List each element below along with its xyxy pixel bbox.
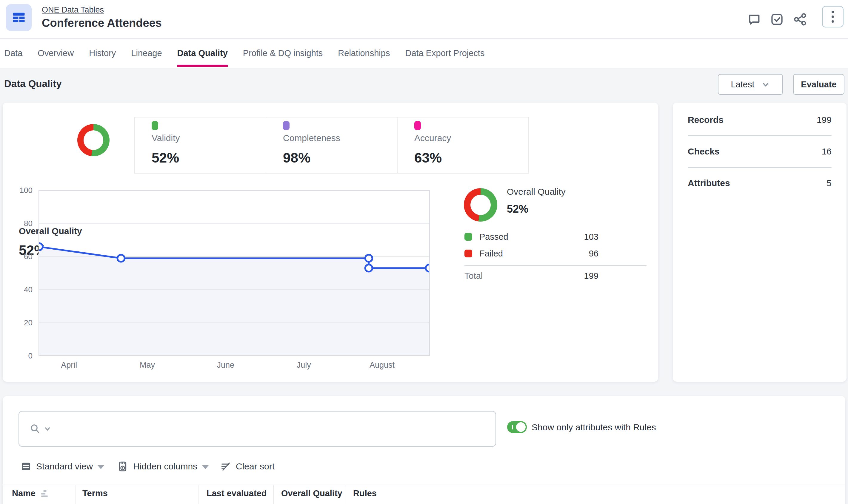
clear-sort-icon (220, 461, 231, 472)
chevron-down-icon (761, 80, 770, 89)
evaluate-button[interactable]: Evaluate (793, 74, 844, 95)
y-tick-label: 80 (3, 219, 33, 228)
tab-overview[interactable]: Overview (38, 39, 74, 68)
breakdown-donut (464, 188, 497, 221)
x-tick-label: August (369, 361, 395, 370)
x-tick-label: April (61, 361, 77, 370)
column-header-rules[interactable]: Rules (353, 488, 377, 498)
column-separator (273, 485, 274, 504)
legend-passed-row: Passed 103 (464, 231, 599, 243)
failed-swatch-icon (464, 250, 472, 257)
attribute-search (18, 411, 496, 447)
data-quality-overview-card: Overall Quality 52% Validity 52% Complet… (3, 103, 658, 382)
trend-chart (38, 190, 430, 356)
y-tick-label: 60 (3, 252, 33, 261)
attributes-row: Attributes 5 (688, 177, 832, 189)
hidden-columns-dropdown[interactable]: Hidden columns (117, 459, 209, 473)
tab-bar: Data Overview History Lineage Data Quali… (0, 39, 848, 68)
tab-history[interactable]: History (89, 39, 116, 68)
completeness-dot-icon (283, 121, 290, 130)
attributes-table-card: Show only attributes with Rules Standard… (3, 396, 845, 504)
sort-icon (40, 490, 49, 498)
checks-row: Checks 16 (688, 146, 832, 158)
y-tick-label: 100 (3, 186, 33, 195)
column-separator (346, 485, 346, 504)
share-button[interactable] (793, 12, 808, 27)
chevron-down-icon (202, 465, 209, 469)
validity-dot-icon (152, 121, 158, 130)
y-tick-label: 40 (3, 285, 33, 294)
chevron-down-icon (98, 465, 104, 469)
search-icon (29, 423, 40, 434)
kebab-menu-button[interactable] (822, 6, 844, 28)
x-tick-label: July (297, 361, 311, 370)
tab-lineage[interactable]: Lineage (131, 39, 162, 68)
search-scope-chevron-icon[interactable] (44, 425, 51, 433)
rules-filter-label: Show only attributes with Rules (532, 422, 656, 432)
tab-data-quality[interactable]: Data Quality (177, 39, 228, 68)
table-icon (11, 10, 27, 25)
legend-total-row: Total 199 (464, 270, 599, 282)
clear-sort-button[interactable]: Clear sort (220, 459, 275, 473)
section-title: Data Quality (4, 78, 62, 89)
y-tick-label: 0 (3, 351, 33, 361)
y-tick-label: 20 (3, 318, 33, 327)
version-dropdown[interactable]: Latest (718, 74, 783, 95)
metric-card-validity: Validity 52% (134, 117, 266, 174)
divider (688, 167, 832, 167)
column-header-overall-quality[interactable]: Overall Quality (281, 488, 342, 498)
tab-data[interactable]: Data (4, 39, 22, 68)
tasks-checkbox-button[interactable] (769, 12, 784, 27)
accuracy-dot-icon (414, 121, 421, 130)
top-bar: ONE Data Tables Conference Attendees (0, 0, 848, 39)
standard-view-dropdown[interactable]: Standard view (21, 459, 104, 473)
column-header-name[interactable]: Name (12, 488, 49, 498)
page-title-entity: Conference Attendees (42, 17, 162, 30)
metric-card-completeness: Completeness 98% (266, 117, 398, 174)
column-separator (198, 485, 199, 504)
divider (688, 136, 832, 136)
hidden-columns-icon (117, 461, 128, 472)
legend-divider (464, 265, 646, 266)
legend-failed-row: Failed 96 (464, 248, 599, 259)
x-tick-label: May (140, 361, 155, 370)
table-header-border (3, 485, 845, 485)
column-separator (75, 485, 76, 504)
tab-data-export-projects[interactable]: Data Export Projects (405, 39, 484, 68)
trend-chart-x-axis: AprilMayJuneJulyAugust (38, 361, 430, 373)
overall-quality-donut (77, 124, 109, 156)
metric-card-accuracy: Accuracy 63% (397, 117, 529, 174)
column-header-last-evaluated[interactable]: Last evaluated (207, 488, 266, 498)
dimension-metrics: Validity 52% Completeness 98% Accuracy 6… (134, 117, 530, 174)
kebab-menu-icon (832, 11, 834, 13)
rules-filter-toggle[interactable] (507, 421, 527, 433)
tab-profile-dq-insights[interactable]: Profile & DQ insights (243, 39, 323, 68)
dataset-summary-card: Records 199 Checks 16 Attributes 5 (673, 103, 847, 382)
table-view-icon (21, 461, 31, 472)
breakdown-title: Overall Quality (507, 187, 566, 197)
breadcrumb[interactable]: ONE Data Tables (42, 5, 104, 15)
breakdown-value: 52% (507, 203, 528, 215)
trend-chart-y-axis: 020406080100 (3, 190, 33, 356)
column-header-terms[interactable]: Terms (82, 488, 108, 498)
records-row: Records 199 (688, 114, 832, 126)
passed-swatch-icon (464, 233, 472, 241)
x-tick-label: June (217, 361, 234, 370)
search-input[interactable] (57, 412, 496, 446)
data-table-tile (6, 4, 32, 31)
comment-button[interactable] (747, 12, 762, 27)
tab-relationships[interactable]: Relationships (338, 39, 390, 68)
version-dropdown-label: Latest (731, 79, 755, 89)
